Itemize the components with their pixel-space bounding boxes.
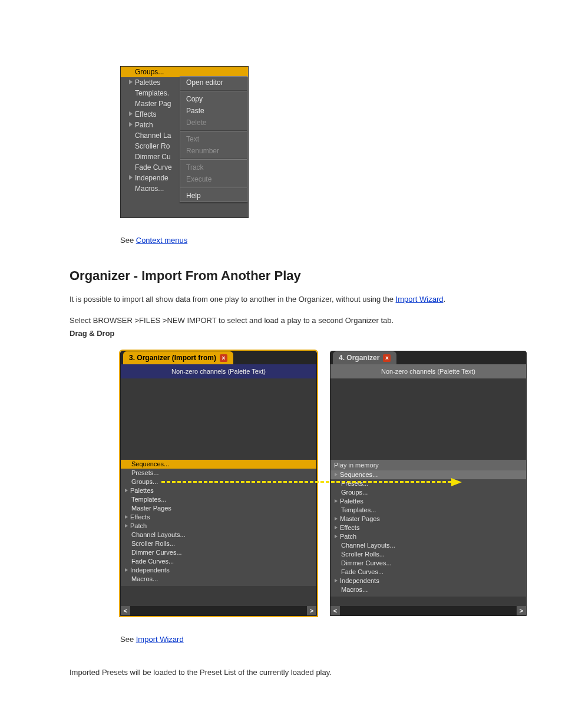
organizer-tab[interactable]: 4. Organizer ×	[333, 351, 396, 364]
menu-item[interactable]: Paste	[180, 105, 247, 117]
import-wizard-link[interactable]: Import Wizard	[136, 635, 184, 644]
dual-organizer-screenshot: 3. Organizer (Import from) × Non-zero ch…	[120, 351, 528, 617]
tree-item[interactable]: Presets...	[330, 479, 526, 488]
organizer-panel: 4. Organizer × Non-zero channels (Palett…	[330, 351, 527, 616]
tree-item[interactable]: Groups...	[121, 477, 316, 486]
tree-item[interactable]: Templates...	[330, 506, 526, 515]
expand-icon[interactable]	[129, 175, 133, 180]
tree-item-label: Sequences...	[340, 471, 378, 478]
tree-item-label: Templates...	[341, 506, 376, 513]
tree-item-label: Palettes	[340, 498, 363, 505]
close-icon[interactable]: ×	[383, 354, 391, 362]
tree-item[interactable]: Independents	[330, 577, 526, 585]
expand-icon[interactable]	[125, 524, 128, 528]
scroll-track[interactable]	[130, 606, 307, 615]
tree-item[interactable]: Presets...	[121, 469, 316, 477]
tree-item-label: Effects	[340, 524, 359, 531]
section-heading: Organizer - Import From Another Play	[70, 268, 562, 284]
tree-item[interactable]: Palettes	[121, 486, 316, 495]
tree-item[interactable]: Independents	[121, 566, 316, 575]
expand-icon[interactable]	[335, 535, 338, 538]
menu-separator	[180, 187, 247, 188]
tree-item-label: Templates.	[135, 89, 169, 97]
tree-item[interactable]: Effects	[121, 513, 316, 522]
tree-item[interactable]: Palettes	[330, 497, 526, 506]
tree-item[interactable]: Macros...	[121, 575, 316, 584]
tree-item[interactable]: Dimmer Curves...	[330, 559, 526, 568]
scroll-left-icon[interactable]: <	[121, 606, 130, 615]
tree-item-label: Scroller Rolls...	[341, 551, 385, 558]
tree-item-label: Palettes	[130, 487, 154, 494]
tree-item-label: Effects	[130, 513, 150, 521]
tree-item[interactable]: Patch	[121, 522, 316, 531]
tree-item[interactable]: Channel Layouts...	[330, 541, 526, 550]
expand-icon[interactable]	[129, 80, 133, 84]
tree-item-label: Macros...	[131, 575, 158, 582]
close-icon[interactable]: ×	[220, 354, 227, 362]
tree-item-label: Dimmer Curves...	[131, 549, 182, 556]
tree-item[interactable]: Patch	[330, 532, 526, 541]
menu-item: Delete	[180, 117, 247, 129]
expand-icon[interactable]	[125, 515, 128, 519]
tree-item[interactable]: Macros...	[330, 585, 526, 594]
tree-item-label: Groups...	[131, 478, 158, 485]
expand-icon[interactable]	[125, 489, 128, 492]
play-in-memory-label: Play in memory	[330, 460, 526, 470]
scroll-right-icon[interactable]: >	[517, 606, 526, 615]
see-label: See	[120, 635, 136, 644]
tree-item[interactable]: Effects	[330, 523, 526, 532]
tree-item-label: Master Pages	[131, 505, 171, 512]
menu-separator	[180, 159, 247, 160]
preview-area	[121, 378, 316, 460]
tree-context-screenshot: Groups...PalettesTemplates.Master PagEff…	[120, 66, 249, 218]
tree-item-label: Patch	[340, 533, 356, 540]
menu-separator	[180, 90, 247, 91]
expand-icon[interactable]	[125, 568, 128, 572]
menu-item: Text	[180, 133, 247, 145]
tree-item[interactable]: Channel Layouts...	[121, 531, 316, 539]
expand-icon[interactable]	[335, 579, 338, 582]
tree-item[interactable]: Scroller Rolls...	[330, 550, 526, 559]
h-scrollbar[interactable]: < >	[330, 606, 526, 615]
tree-item-label: Palettes	[135, 78, 160, 87]
tree-item-label: Independents	[130, 566, 170, 574]
menu-item[interactable]: Open editor	[180, 77, 247, 88]
tab-strip: 3. Organizer (Import from) ×	[121, 351, 316, 364]
tree-item-label: Channel La	[135, 131, 171, 140]
tree-item[interactable]: Fade Curves...	[121, 557, 316, 566]
organizer-import-tab[interactable]: 3. Organizer (Import from) ×	[123, 351, 233, 364]
expand-icon[interactable]	[129, 122, 133, 127]
scroll-left-icon[interactable]: <	[330, 606, 340, 615]
organizer-tree: Sequences...Presets...Groups...PalettesT…	[330, 470, 526, 597]
tree-item-label: Patch	[135, 121, 153, 129]
tree-item-label: Groups...	[341, 489, 368, 496]
import-wizard-link[interactable]: Import Wizard	[396, 295, 444, 304]
tree-item[interactable]: Sequences...	[330, 470, 526, 479]
tree-item-label: Macros...	[135, 185, 164, 193]
tree-item[interactable]: Dimmer Curves...	[121, 548, 316, 557]
scroll-track[interactable]	[340, 606, 517, 615]
menu-item[interactable]: Copy	[180, 93, 247, 105]
tree-item-label: Master Pages	[340, 515, 380, 522]
tree-item[interactable]: Master Pages	[330, 515, 526, 523]
tree-item[interactable]: Sequences...	[121, 460, 316, 469]
tree-item[interactable]: Master Pages	[121, 504, 316, 513]
menu-item: Renumber	[180, 145, 247, 157]
tree-item-label: Fade Curve	[135, 163, 172, 172]
h-scrollbar[interactable]: < >	[121, 606, 316, 615]
tree-item[interactable]: Fade Curves...	[330, 568, 526, 577]
tree-item[interactable]: Templates...	[121, 495, 316, 504]
expand-icon[interactable]	[335, 473, 338, 476]
expand-icon[interactable]	[335, 526, 338, 529]
scroll-right-icon[interactable]: >	[307, 606, 316, 615]
expand-icon[interactable]	[335, 517, 338, 521]
expand-icon[interactable]	[335, 499, 338, 503]
tree-item[interactable]: Scroller Rolls...	[121, 539, 316, 548]
menu-item[interactable]: Help	[180, 190, 247, 202]
tree-item[interactable]: Groups...	[330, 488, 526, 497]
context-menus-link[interactable]: Context menus	[136, 236, 187, 245]
tree-item-label: Templates...	[131, 496, 166, 503]
expand-icon[interactable]	[129, 111, 133, 116]
tree-item-label: Channel Layouts...	[131, 531, 186, 538]
tree-item-label: Dimmer Curves...	[341, 559, 392, 566]
